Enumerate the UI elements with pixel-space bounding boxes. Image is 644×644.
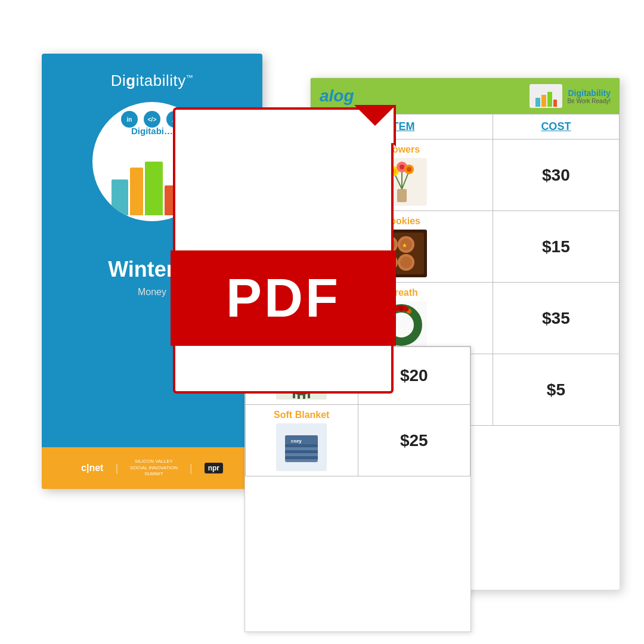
svg-rect-1 [397,189,407,202]
blanket-name: Soft Blanket [250,410,353,420]
cookies-price-cell: $15 [493,211,619,283]
scene: Digitability™ in </> ☁ Digitabi… [24,30,620,614]
blanket-image: cozy [276,423,327,471]
svg-point-10 [407,167,411,172]
circle-digitability-text: Digitabi… [131,126,173,136]
blanket-price-cell: $25 [358,405,470,476]
catalog-city-icon [530,84,562,108]
book-brand-title: Digitability™ [111,72,193,90]
svg-rect-52 [285,456,318,459]
card-price-cell: $5 [493,354,619,426]
card-price: $5 [498,380,614,400]
sv-summit-logo: SILICON VALLEYSOCIAL INNOVATIONSUMMIT [130,459,178,477]
footer-sep2: | [190,462,193,475]
blanket-cell: Soft Blanket [246,405,358,476]
col-cost-header: COST [493,114,619,140]
catalog-title: alog [320,86,354,106]
svg-point-9 [400,165,404,169]
svg-rect-44 [298,394,300,399]
wreath-price: $35 [498,309,614,328]
svg-rect-51 [285,450,318,453]
pdf-label: PDF [226,268,340,329]
pdf-corner [354,105,396,147]
book-footer: c|net | SILICON VALLEYSOCIAL INNOVATIONS… [42,447,262,489]
linkedin-icon: in [121,111,138,128]
code-icon: </> [144,111,160,128]
npr-logo: npr [205,463,223,473]
blanket-price: $25 [363,431,466,450]
svg-rect-50 [285,444,318,447]
footer-sep1: | [115,462,118,475]
table-row: Soft Blanket [246,405,470,476]
flowers-price-cell: $30 [493,140,619,211]
flowers-price: $30 [498,166,614,185]
svg-text:★: ★ [402,242,407,249]
svg-rect-45 [303,394,305,399]
cookies-price: $15 [498,237,614,256]
svg-text:cozy: cozy [291,438,302,444]
pdf-icon: PDF [173,107,394,394]
wreath-price-cell: $35 [493,283,619,354]
pdf-red-banner: PDF [171,250,396,346]
svg-point-31 [399,306,404,311]
catalog-brand-name: Digitability [568,88,611,98]
catalog-brand-tagline: Be Work Ready! [567,98,611,104]
cnet-logo: c|net [81,463,103,473]
svg-point-20 [400,256,412,268]
